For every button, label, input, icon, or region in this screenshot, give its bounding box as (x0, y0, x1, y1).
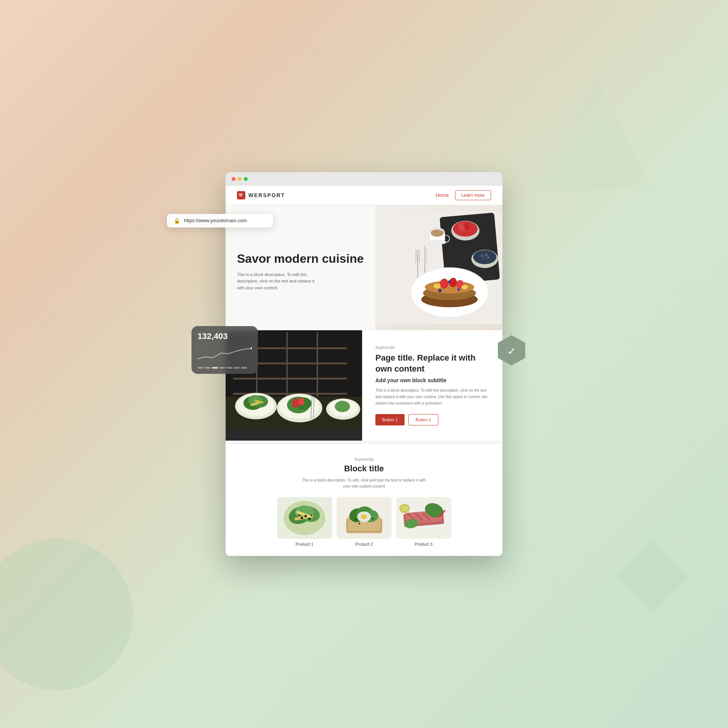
product-name-2: Product 2 (337, 542, 392, 546)
browser-topbar (226, 172, 502, 186)
svg-point-81 (361, 515, 367, 519)
svg-point-15 (428, 240, 446, 244)
dot-7 (241, 367, 247, 369)
dot-2 (205, 367, 211, 369)
content-superscript: Superscript (375, 345, 489, 350)
svg-point-73 (311, 515, 312, 516)
dot-1 (198, 367, 204, 369)
maximize-button[interactable] (244, 177, 248, 181)
content-subtitle: Add your own block subtitle (375, 377, 489, 383)
svg-point-56 (298, 398, 304, 405)
nav-logo: W WERSPORT (237, 191, 285, 199)
svg-point-61 (335, 401, 350, 412)
shield-check-icon: ✓ (507, 345, 516, 358)
hero-title: Savor modern cuisine (237, 251, 364, 266)
product-image-2 (337, 497, 392, 539)
product-image-1 (277, 497, 332, 539)
section-divider (226, 441, 502, 444)
product-grid: Product 1 (237, 497, 491, 546)
product-name-1: Product 1 (277, 542, 332, 546)
product-image-3 (396, 497, 451, 539)
logo-letter: W (239, 193, 243, 197)
dot-3 (212, 367, 218, 369)
minimize-button[interactable] (238, 177, 242, 181)
bg-shape-1 (0, 538, 133, 690)
svg-point-83 (372, 518, 373, 519)
svg-point-31 (461, 285, 468, 289)
svg-point-33 (457, 288, 460, 291)
window-controls (232, 177, 248, 181)
svg-rect-38 (233, 378, 347, 380)
analytics-dots (198, 367, 252, 369)
product-name-3: Product 3 (396, 542, 451, 546)
product-card-2: Product 2 (337, 497, 392, 546)
block-description: This is a block description. To edit, cl… (300, 477, 428, 490)
content-title: Page title. Replace it with own content (375, 353, 489, 374)
website-content: W WERSPORT Home Learn more Savor modern … (226, 186, 502, 556)
svg-point-0 (251, 347, 252, 350)
svg-point-16 (431, 229, 444, 237)
svg-point-34 (448, 280, 451, 283)
browser-window: 🔒 https://www.yourdomain.com 132,403 ✓ (226, 172, 502, 556)
nav-links: Home Learn more (436, 190, 491, 200)
content-description: This is a block description. To edit thi… (375, 387, 489, 406)
content-text: Superscript Page title. Replace it with … (362, 330, 502, 441)
svg-point-72 (298, 515, 300, 516)
product-card-3: Product 3 (396, 497, 451, 546)
dot-6 (234, 367, 240, 369)
nav-home-link[interactable]: Home (436, 192, 449, 198)
dot-5 (226, 367, 232, 369)
logo-text: WERSPORT (248, 192, 285, 198)
analytics-chart (198, 344, 252, 362)
hero-food-image (375, 205, 502, 330)
svg-rect-41 (286, 332, 288, 397)
block-section: Superscript Block title This is a block … (226, 444, 502, 556)
svg-point-30 (435, 284, 439, 288)
svg-point-12 (487, 256, 490, 259)
product-card-1: Product 1 (277, 497, 332, 546)
svg-point-5 (458, 223, 466, 231)
close-button[interactable] (232, 177, 235, 181)
svg-point-84 (359, 523, 360, 524)
block-superscript: Superscript (237, 457, 491, 461)
hero-image (375, 205, 502, 330)
button-1[interactable]: Button 1 (375, 414, 405, 425)
svg-rect-42 (317, 332, 318, 397)
svg-point-11 (482, 256, 486, 260)
product-1-svg (277, 497, 332, 539)
food-scene-svg (375, 207, 502, 328)
svg-point-94 (401, 505, 408, 511)
svg-point-70 (304, 515, 307, 517)
dot-4 (219, 367, 225, 369)
url-text: https://www.yourdomain.com (184, 218, 247, 223)
svg-point-55 (292, 399, 300, 408)
svg-point-69 (301, 517, 303, 519)
bg-shape-2 (538, 76, 652, 190)
svg-point-71 (308, 518, 311, 520)
hero-description: This is a block description. To edit thi… (237, 271, 320, 292)
logo-icon: W (237, 191, 245, 199)
learn-more-button[interactable]: Learn more (455, 190, 491, 200)
navbar: W WERSPORT Home Learn more (226, 186, 502, 205)
svg-point-82 (355, 519, 356, 521)
analytics-widget: 132,403 (191, 326, 258, 374)
svg-point-32 (438, 289, 442, 292)
block-title: Block title (237, 464, 491, 474)
content-section: Superscript Page title. Replace it with … (226, 330, 502, 441)
bg-shape-3 (614, 538, 690, 614)
button-group: Button 1 Button 2 (375, 414, 489, 425)
button-2[interactable]: Button 2 (408, 414, 438, 425)
lock-icon: 🔒 (174, 218, 180, 224)
url-bar: 🔒 https://www.yourdomain.com (167, 214, 273, 228)
product-2-svg (337, 497, 392, 539)
analytics-number: 132,403 (198, 331, 252, 341)
product-3-svg (396, 497, 451, 539)
